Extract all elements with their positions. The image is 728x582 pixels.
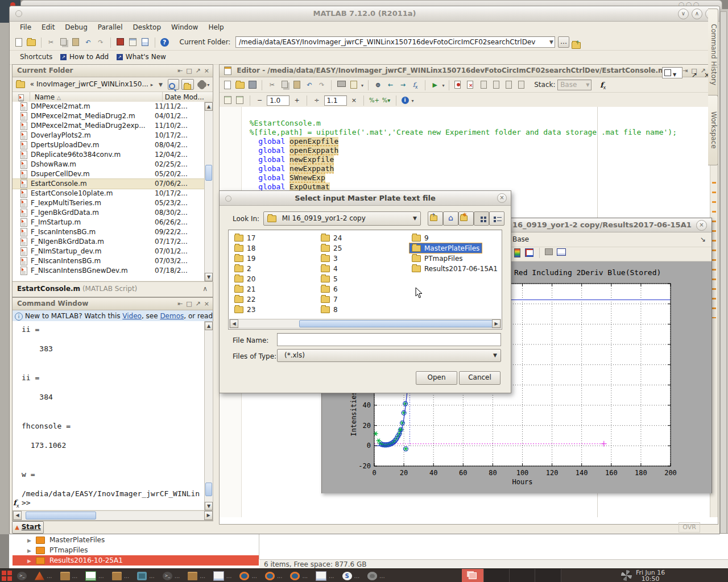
taskbar-item-doc[interactable]: ... xyxy=(213,571,232,581)
menu-file[interactable]: File xyxy=(20,23,31,31)
print-icon[interactable] xyxy=(337,81,346,90)
command-prompt-line[interactable]: fx >> xyxy=(13,498,204,507)
folder-item[interactable]: 22 xyxy=(232,294,258,304)
panel-dock-icon[interactable]: ⇤ xyxy=(177,298,183,310)
folder-row[interactable]: 5 xyxy=(318,274,344,284)
folder-item[interactable]: 4 xyxy=(318,264,340,273)
folder-item[interactable]: 8 xyxy=(318,305,340,314)
mlint-warning-marks[interactable] xyxy=(712,182,716,318)
panel-maximize-icon[interactable]: □ xyxy=(186,298,192,310)
open-file-icon[interactable] xyxy=(27,38,36,47)
taskbar-item-matlab[interactable]: ... xyxy=(35,572,52,580)
new-file-icon[interactable] xyxy=(223,81,232,90)
taskbar-item-scircle[interactable]: S... xyxy=(342,572,360,580)
folder-list-box[interactable]: 171819220212223 2425345678 9MasterPlateF… xyxy=(228,230,502,330)
folder-item[interactable]: 21 xyxy=(232,284,258,294)
folder-item[interactable]: Results2017-06-15A1 xyxy=(410,264,500,273)
file-name-input[interactable] xyxy=(277,333,501,346)
type-column-header[interactable] xyxy=(13,92,30,102)
code-line[interactable]: 3 %[file,path] = uiputfile('.mat','Creat… xyxy=(220,128,710,137)
new-file-icon[interactable] xyxy=(14,38,23,47)
file-row[interactable]: EstartConsole10plate.m10/17/2... xyxy=(13,189,204,198)
folder-item[interactable]: PTmapFiles xyxy=(410,253,465,263)
breadcrumb-dropdown-icon[interactable]: ▼ xyxy=(159,82,163,88)
menu-desktop[interactable]: Desktop xyxy=(133,23,162,31)
start-button[interactable]: ▲ Start xyxy=(12,521,44,534)
tab-workspace[interactable]: Workspace xyxy=(708,95,718,165)
multiply-icon[interactable]: × xyxy=(349,96,358,105)
folder-item[interactable]: 7 xyxy=(318,294,340,304)
detail-collapse-icon[interactable]: ∧ xyxy=(202,282,208,296)
file-row[interactable]: F_NIscanIntensBGnewDev.m07/18/2... xyxy=(13,266,204,276)
folder-item[interactable]: 19 xyxy=(232,253,258,263)
folder-row[interactable]: 3 xyxy=(318,253,344,264)
simulink-icon[interactable] xyxy=(115,38,125,47)
command-prompt[interactable]: >> xyxy=(22,498,31,507)
window-task-tile[interactable] xyxy=(535,569,561,582)
publish-icon[interactable] xyxy=(349,81,358,90)
file-row[interactable]: F_ImStartup.m06/26/2... xyxy=(13,218,204,227)
session-spinner-icon[interactable] xyxy=(621,570,632,581)
paste-icon[interactable] xyxy=(71,38,80,47)
file-row[interactable]: DReplicate96to384conv.m12/04/2... xyxy=(13,150,204,160)
folder-row[interactable]: Results2017-06-15A1 xyxy=(410,264,500,274)
uncomment-percent-icon[interactable]: %▾ xyxy=(382,96,391,105)
file-row[interactable]: DsuperCellDev.m05/20/2... xyxy=(13,169,204,179)
list-view-button[interactable] xyxy=(489,211,504,226)
undo-icon[interactable]: ↶ xyxy=(305,81,314,90)
background-scrollbar[interactable] xyxy=(720,11,727,564)
dialog-titlebar[interactable]: Select input Master Plate text file × xyxy=(220,191,511,206)
copy-icon[interactable] xyxy=(280,81,289,90)
file-row[interactable]: F_NImStartup_dev.m07/01/2... xyxy=(13,247,204,256)
insert-cell-icon[interactable] xyxy=(223,96,232,105)
folder-row[interactable]: 9 xyxy=(410,233,500,243)
taskbar-item-terminal[interactable]: >_ xyxy=(17,572,27,580)
go-back-icon[interactable]: ← xyxy=(386,81,395,90)
fx-preferences-icon[interactable]: fx xyxy=(598,81,607,90)
open-button[interactable]: Open xyxy=(416,371,457,385)
run-icon[interactable]: ▶ xyxy=(431,81,440,90)
decrease-indent-icon[interactable]: − xyxy=(255,96,264,105)
function-hints-icon[interactable]: fx xyxy=(411,81,420,90)
folder-row[interactable]: 17 xyxy=(232,233,258,243)
browse-folder-button[interactable]: … xyxy=(558,36,569,48)
run-dropdown-icon[interactable]: ▾ xyxy=(442,83,445,88)
look-in-combo[interactable]: MI 16_0919_yor1-2 copy ▼ xyxy=(263,211,421,226)
breadcrumb-expand-icon[interactable]: ▸ xyxy=(151,82,154,88)
code-line[interactable]: 7- global newExppath xyxy=(220,164,710,173)
menu-help[interactable]: Help xyxy=(208,23,224,31)
taskbar-item-firefox[interactable]: ... xyxy=(265,572,283,580)
taskbar-item-gcircle[interactable]: ... xyxy=(367,572,385,580)
file-row[interactable]: F_IgenBkGrdData.m08/30/2... xyxy=(13,208,204,218)
file-row[interactable]: DoverlayPlots2.m10/17/2... xyxy=(13,131,204,140)
folder-item[interactable]: 25 xyxy=(318,243,344,253)
panel-close-icon[interactable]: × xyxy=(204,298,209,310)
file-row[interactable]: F_NIgenBkGrdData.m07/17/2... xyxy=(13,237,204,247)
taskbar-item-folder[interactable]: ... xyxy=(112,572,130,580)
folder-item[interactable]: 5 xyxy=(318,274,340,284)
show-plot-tools-icon[interactable] xyxy=(557,248,566,257)
folder-row[interactable]: 23 xyxy=(232,305,258,315)
cut-icon[interactable]: ✂ xyxy=(267,81,276,90)
panel-undock-icon[interactable]: ↗ xyxy=(196,298,201,310)
code-line[interactable]: 4- global openExpfile xyxy=(220,137,710,146)
stack-combo[interactable]: Base ▼ xyxy=(557,80,592,90)
current-folder-header[interactable]: Current Folder × ↗ □ ⇤ xyxy=(13,65,213,77)
new-folder-button[interactable]: ✱ xyxy=(458,211,474,226)
folder-list-hscrollbar[interactable]: ◀ ▶ xyxy=(229,319,501,329)
step-out-icon[interactable] xyxy=(504,81,514,90)
folder-item[interactable]: 18 xyxy=(232,243,258,253)
insert-colorbar-icon[interactable] xyxy=(512,248,522,257)
window-task-tile[interactable] xyxy=(509,569,535,582)
save-icon[interactable] xyxy=(248,81,257,90)
folder-item[interactable]: 17 xyxy=(232,233,258,243)
fm-row[interactable]: ▶MasterPlateFiles xyxy=(13,535,259,545)
guide-icon[interactable] xyxy=(128,38,137,47)
step-icon[interactable] xyxy=(479,81,489,90)
file-row[interactable]: DMPexcel2mat_MediaDrug2exp...11/10/2... xyxy=(13,121,204,131)
up-one-level-button[interactable] xyxy=(181,79,194,90)
expander-icon[interactable]: ▶ xyxy=(27,538,31,543)
active-task-tile[interactable] xyxy=(462,569,483,582)
tab-command-history[interactable]: Command History xyxy=(708,9,718,101)
panel-dock-icon[interactable]: ⇥ xyxy=(682,65,688,77)
